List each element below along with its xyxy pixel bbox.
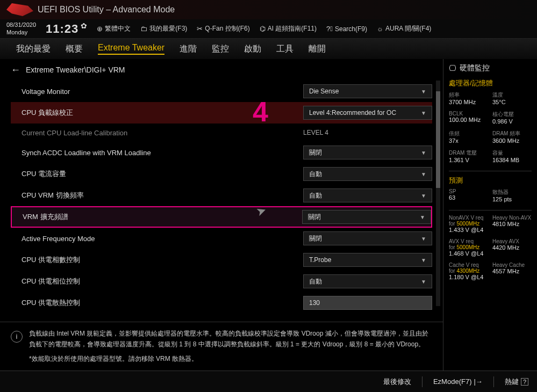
setting-current-llc: Current CPU Load-line Calibration LEVEL … <box>11 124 432 142</box>
select-cpu-phase-position[interactable]: 自動▼ <box>303 274 432 288</box>
aura-button[interactable]: ☼ AURA 開/關(F4) <box>377 24 431 33</box>
chevron-down-icon: ▼ <box>420 214 425 220</box>
chevron-down-icon: ▼ <box>421 257 426 263</box>
setting-cpu-phase-count[interactable]: CPU 供電相數控制 T.Probe▼ <box>11 249 432 271</box>
nav-extreme-tweaker[interactable]: Extreme Tweaker <box>98 43 164 55</box>
nav-exit[interactable]: 離開 <box>309 43 326 55</box>
select-cpu-current[interactable]: 自動▼ <box>303 167 432 181</box>
ai-oc-button[interactable]: ⌬ AI 超頻指南(F11) <box>260 24 317 33</box>
globe-icon: ⊕ <box>97 25 103 33</box>
monitor-icon: 🖵 <box>449 64 456 72</box>
scrollbar[interactable] <box>436 81 440 306</box>
select-sync-acdc[interactable]: 關閉▼ <box>303 146 432 159</box>
rog-logo-icon <box>6 3 33 16</box>
chevron-down-icon: ▼ <box>421 193 426 199</box>
favorites-button[interactable]: 🗀 我的最愛(F3) <box>140 24 187 33</box>
setting-cpu-loadline[interactable]: CPU 負載線校正 Level 4:Recommended for OC▼ <box>11 102 432 124</box>
nav-boot[interactable]: 啟動 <box>244 43 261 55</box>
search-icon: ?⃞ <box>326 25 333 33</box>
setting-voltage-monitor[interactable]: Voltage Monitor Die Sense▼ <box>11 81 432 102</box>
nav-advanced[interactable]: 進階 <box>180 43 197 55</box>
setting-cpu-thermal[interactable]: CPU 供電散熱控制 130 <box>11 292 432 314</box>
setting-vrm-spread-spectrum[interactable]: VRM 擴充頻譜 關閉▼ <box>11 206 432 228</box>
language-button[interactable]: ⊕ 繁體中文 <box>97 24 131 33</box>
chevron-down-icon: ▼ <box>421 171 426 177</box>
select-vrm-spread-spectrum[interactable]: 關閉▼ <box>302 210 431 224</box>
hotkeys-button[interactable]: 熱鍵 ? <box>505 377 528 387</box>
select-voltage-monitor[interactable]: Die Sense▼ <box>303 84 432 98</box>
chevron-down-icon: ▼ <box>421 150 426 156</box>
qfan-button[interactable]: ✂ Q-Fan 控制(F6) <box>197 24 249 33</box>
scrollbar-thumb[interactable] <box>436 91 440 188</box>
select-vrm-switch-freq[interactable]: 自動▼ <box>303 188 432 202</box>
chevron-down-icon: ▼ <box>421 110 426 116</box>
nav-tools[interactable]: 工具 <box>276 43 293 55</box>
help-icon: ? <box>521 378 528 386</box>
last-modify-button[interactable]: 最後修改 <box>381 377 411 387</box>
predict-section: 預測 <box>449 176 532 185</box>
help-panel: i 負載線由 Intel VRM 規範定義，並影響提供給處理器的電壓水準。較高的… <box>0 322 443 371</box>
chip-icon: ⌬ <box>260 25 266 33</box>
nav-favorites[interactable]: 我的最愛 <box>16 43 51 55</box>
breadcrumb: Extreme Tweaker\DIGI+ VRM <box>26 66 125 74</box>
select-cpu-phase-count[interactable]: T.Probe▼ <box>303 253 432 267</box>
folder-icon: 🗀 <box>140 25 147 33</box>
settings-list: 4 ➤ Voltage Monitor Die Sense▼ CPU 負載線校正… <box>0 81 443 322</box>
date-block: 08/31/2020 Monday <box>6 21 36 35</box>
setting-vrm-switch-freq[interactable]: CPU VRM 切換頻率 自動▼ <box>11 185 432 206</box>
time-display: 11:23✿ <box>46 22 87 36</box>
setting-cpu-current[interactable]: CPU 電流容量 自動▼ <box>11 163 432 185</box>
chevron-down-icon: ▼ <box>421 236 426 242</box>
chevron-down-icon: ▼ <box>421 89 426 95</box>
bios-title: UEFI BIOS Utility – Advanced Mode <box>38 5 175 14</box>
setting-cpu-phase-position[interactable]: CPU 供電相位控制 自動▼ <box>11 271 432 292</box>
setting-active-freq-mode[interactable]: Active Frequency Mode 關閉▼ <box>11 228 432 249</box>
input-cpu-thermal[interactable]: 130 <box>303 296 432 310</box>
select-cpu-loadline[interactable]: Level 4:Recommended for OC▼ <box>303 106 432 120</box>
search-button[interactable]: ?⃞ Search(F9) <box>326 25 367 33</box>
light-icon: ☼ <box>377 25 383 33</box>
back-arrow-icon[interactable]: ← <box>11 64 20 76</box>
fan-icon: ✂ <box>197 25 203 33</box>
ezmode-button[interactable]: EzMode(F7)|→ <box>433 378 483 386</box>
cpu-mem-section: 處理器/記憶體 <box>449 78 532 88</box>
hw-monitor-sidebar: 🖵 硬體監控 處理器/記憶體 頻率3700 MHz 溫度35°C BCLK100… <box>443 59 537 371</box>
main-nav: 我的最愛 概要 Extreme Tweaker 進階 監控 啟動 工具 離開 <box>0 39 537 59</box>
nav-overview[interactable]: 概要 <box>66 43 83 55</box>
chevron-down-icon: ▼ <box>421 279 426 285</box>
gear-icon[interactable]: ✿ <box>81 21 87 30</box>
info-icon: i <box>11 331 23 343</box>
select-active-freq-mode[interactable]: 關閉▼ <box>303 231 432 245</box>
setting-sync-acdc[interactable]: Synch ACDC Loadline with VRM Loadline 關閉… <box>11 142 432 163</box>
nav-monitor[interactable]: 監控 <box>212 43 229 55</box>
level-indicator: 4 <box>253 96 268 128</box>
